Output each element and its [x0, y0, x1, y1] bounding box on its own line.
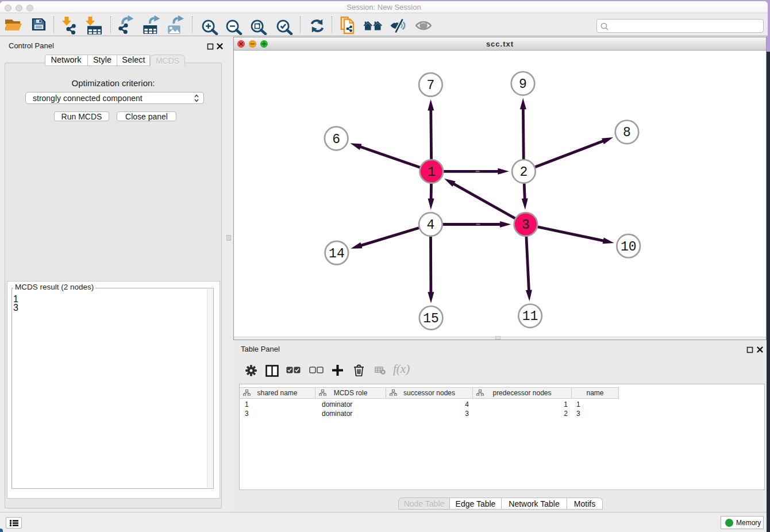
svg-text:14: 14	[329, 246, 345, 261]
svg-text:2: 2	[519, 165, 528, 180]
svg-text:9: 9	[519, 77, 527, 92]
svg-text:8: 8	[623, 125, 631, 140]
svg-text:7: 7	[426, 78, 434, 93]
svg-text:15: 15	[423, 311, 439, 326]
svg-text:4: 4	[426, 218, 434, 233]
svg-text:1: 1	[428, 165, 436, 180]
svg-text:11: 11	[522, 309, 538, 324]
svg-text:6: 6	[332, 132, 340, 147]
svg-text:10: 10	[621, 240, 637, 255]
svg-text:3: 3	[522, 218, 530, 233]
